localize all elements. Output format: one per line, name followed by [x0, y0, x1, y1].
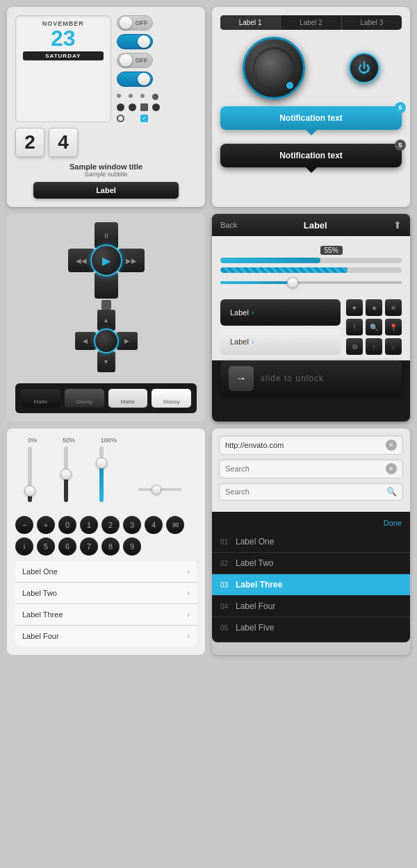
- flip-card-1: 2: [15, 128, 44, 157]
- dpad2-right[interactable]: ▶: [117, 332, 138, 350]
- vslider-label-50: 50%: [63, 437, 75, 444]
- window-title-section: Sample window title Sample subtitle Labe…: [15, 162, 197, 199]
- slide-arrow[interactable]: →: [229, 366, 254, 391]
- btn-glossy-label-2: Glossy: [154, 399, 188, 405]
- list-item-1[interactable]: Label One ›: [15, 561, 197, 583]
- vsliders-row: [15, 446, 197, 509]
- dark-list-item-5[interactable]: 05 Label Five: [212, 617, 410, 638]
- dark-list-item-2[interactable]: 02 Label Two: [212, 553, 410, 574]
- btn-matte-white[interactable]: Matte: [108, 389, 148, 408]
- dark-list-item-1[interactable]: 01 Label One: [212, 531, 410, 553]
- icon-star[interactable]: ★: [366, 299, 382, 316]
- knob-control[interactable]: [243, 37, 305, 99]
- notification-blue: Notification text: [220, 106, 402, 130]
- dark-list-text-3: Label Three: [236, 580, 282, 590]
- back-button[interactable]: Back: [220, 221, 237, 229]
- panel-sliders: Back Label ⬆ 55% Label ›: [212, 214, 410, 422]
- list-chevron-2: ›: [187, 588, 190, 598]
- dark-list-item-3[interactable]: 03 Label Three: [212, 574, 410, 596]
- toggle-off-1[interactable]: OFF: [117, 15, 153, 31]
- dpad-small-square: [101, 300, 111, 310]
- slider-track-1[interactable]: [220, 281, 402, 284]
- icon-heart[interactable]: ♥: [346, 299, 363, 316]
- vslider-thumb-1[interactable]: [24, 485, 35, 496]
- icon-btn-2[interactable]: 2: [101, 516, 120, 534]
- toggle-on-2[interactable]: ON: [117, 72, 153, 87]
- icon-btn-6[interactable]: 6: [58, 537, 76, 556]
- calendar-day: 23: [23, 27, 104, 49]
- slide-to-unlock[interactable]: → slide to unlock: [220, 360, 402, 397]
- icon-btn-info[interactable]: i: [15, 537, 33, 556]
- action-btn-dark-1[interactable]: Label ›: [220, 299, 341, 326]
- icon-x[interactable]: ✕: [385, 299, 402, 316]
- tab-1[interactable]: Label 1: [220, 15, 281, 30]
- tab-2[interactable]: Label 2: [281, 15, 341, 30]
- tab-3[interactable]: Label 3: [342, 15, 402, 30]
- toggle-on-1[interactable]: ON: [117, 34, 153, 49]
- checkbox-checked[interactable]: ✓: [140, 115, 148, 122]
- btn-matte-dark[interactable]: Matte: [21, 389, 60, 408]
- icon-btn-7[interactable]: 7: [80, 537, 98, 556]
- icon-exclaim[interactable]: !: [346, 319, 363, 335]
- vslider-thumb-2[interactable]: [60, 469, 72, 480]
- icon-btn-plus[interactable]: +: [37, 516, 55, 534]
- dpad2-left[interactable]: ◀: [75, 332, 96, 350]
- dark-list-text-2: Label Two: [236, 558, 274, 568]
- url-input[interactable]: [225, 441, 386, 449]
- toggle-off-2[interactable]: OFF: [117, 53, 153, 68]
- action-btn-light-1[interactable]: Label ›: [220, 329, 341, 356]
- vslider-track-3[interactable]: [99, 446, 104, 502]
- vslider-track-1[interactable]: [28, 446, 32, 502]
- right-icon: ▶: [124, 337, 129, 344]
- btn-glossy-dark[interactable]: Glossy: [65, 389, 104, 408]
- dark-list-item-4[interactable]: 04 Label Four: [212, 596, 410, 617]
- hslider-thumb-1[interactable]: [152, 485, 161, 494]
- dpad2-top[interactable]: ▲: [97, 310, 115, 331]
- icon-gear[interactable]: ⚙: [346, 338, 363, 355]
- icon-pin[interactable]: 📍: [385, 319, 402, 335]
- dark-list-num-1: 01: [220, 538, 236, 546]
- progress-label: 55%: [320, 246, 343, 255]
- icon-btn-1[interactable]: 1: [80, 516, 98, 534]
- icon-search[interactable]: 🔍: [366, 319, 382, 335]
- icon-grid: ♥ ★ ✕ ! 🔍 📍 ⚙ ↑ ↓: [346, 299, 402, 355]
- icon-btn-minus[interactable]: −: [15, 516, 33, 534]
- window-title: Sample window title: [15, 162, 197, 171]
- icon-btn-8[interactable]: 8: [101, 537, 120, 556]
- btn-glossy-label-1: Glossy: [67, 399, 101, 405]
- export-icon[interactable]: ⬆: [393, 219, 402, 231]
- icon-btn-3[interactable]: 3: [123, 516, 141, 534]
- vslider-thumb-3[interactable]: [96, 458, 107, 469]
- inputs-section: ✕ ✕ 🔍: [212, 428, 410, 512]
- power-button[interactable]: ⏻: [349, 53, 379, 83]
- icon-btn-5[interactable]: 5: [37, 537, 55, 556]
- progress-fill-1: [220, 258, 320, 263]
- toggle-row-3: OFF: [117, 53, 197, 68]
- list-item-2[interactable]: Label Two ›: [15, 583, 197, 604]
- dpad2-center[interactable]: [94, 328, 119, 353]
- icon-btn-mail[interactable]: ✉: [166, 516, 184, 534]
- url-clear-button[interactable]: ✕: [386, 440, 397, 451]
- search-input-2[interactable]: [225, 487, 386, 496]
- btn-glossy-white[interactable]: Glossy: [152, 389, 191, 408]
- icon-download[interactable]: ↓: [385, 338, 402, 355]
- label-button[interactable]: Label: [33, 182, 179, 199]
- icon-btn-9[interactable]: 9: [123, 537, 141, 556]
- list-item-4[interactable]: Label Four ›: [15, 626, 197, 646]
- notification-blue-badge: 5: [395, 102, 406, 113]
- rewind-icon: ◀◀: [76, 257, 87, 265]
- search-clear-1[interactable]: ✕: [386, 463, 397, 474]
- window-subtitle: Sample subtitle: [15, 171, 197, 178]
- toggle-knob-3: [120, 54, 132, 67]
- hslider-track-1[interactable]: [138, 488, 181, 491]
- search-input-1[interactable]: [225, 465, 386, 473]
- slider-thumb-1[interactable]: [287, 277, 298, 288]
- done-button[interactable]: Done: [384, 519, 402, 527]
- dpad2-bottom[interactable]: ▼: [97, 351, 115, 372]
- icon-upload[interactable]: ↑: [366, 338, 382, 355]
- icon-btn-4[interactable]: 4: [145, 516, 163, 534]
- dpad-center-play[interactable]: ▶: [90, 244, 122, 276]
- vslider-track-2[interactable]: [64, 446, 68, 502]
- list-item-3[interactable]: Label Three ›: [15, 604, 197, 626]
- icon-btn-0[interactable]: 0: [58, 516, 76, 534]
